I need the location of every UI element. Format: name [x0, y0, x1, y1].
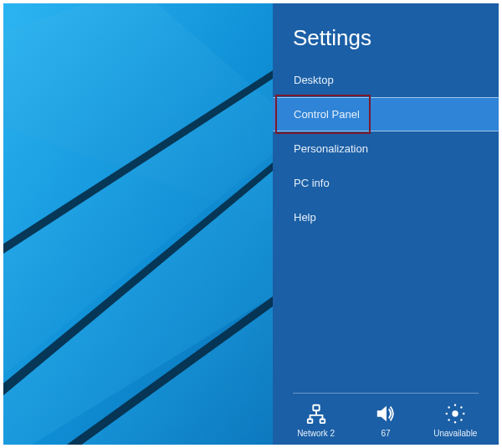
- svg-rect-9: [307, 420, 312, 424]
- svg-point-13: [454, 404, 456, 406]
- desktop-wallpaper: [3, 3, 273, 445]
- tray-row: Network 2 67: [273, 402, 499, 438]
- svg-point-17: [448, 406, 450, 408]
- tray-network[interactable]: Network 2: [283, 402, 350, 438]
- tray-divider: [293, 393, 479, 394]
- settings-menu: Desktop Control Panel Personalization PC…: [273, 63, 499, 234]
- tray-brightness-label: Unavailable: [433, 429, 477, 438]
- tray-volume[interactable]: 67: [352, 402, 419, 438]
- svg-point-16: [463, 413, 464, 415]
- screenshot-stage: Settings Desktop Control Panel Personali…: [0, 0, 502, 448]
- quick-settings-tray: Network 2 67: [273, 393, 499, 438]
- svg-point-19: [448, 419, 450, 420]
- network-icon: [305, 402, 328, 425]
- svg-rect-10: [320, 420, 325, 424]
- tray-network-label: Network 2: [297, 429, 335, 438]
- menu-item-help[interactable]: Help: [273, 200, 499, 234]
- menu-item-personalization[interactable]: Personalization: [273, 131, 499, 166]
- tray-brightness[interactable]: Unavailable: [422, 402, 489, 438]
- menu-item-pc-info[interactable]: PC info: [273, 166, 499, 200]
- menu-item-desktop[interactable]: Desktop: [273, 63, 499, 97]
- menu-item-control-panel[interactable]: Control Panel: [273, 97, 499, 131]
- svg-point-14: [454, 421, 456, 423]
- tray-volume-label: 67: [381, 429, 390, 438]
- svg-point-20: [461, 419, 463, 420]
- svg-point-18: [461, 406, 463, 408]
- settings-charm-panel: Settings Desktop Control Panel Personali…: [273, 3, 499, 445]
- svg-rect-8: [313, 405, 319, 411]
- settings-title: Settings: [273, 3, 499, 63]
- wallpaper-rays: [3, 3, 273, 445]
- volume-icon: [374, 402, 397, 425]
- svg-point-12: [453, 410, 458, 416]
- brightness-icon: [443, 402, 467, 425]
- svg-point-15: [446, 413, 448, 415]
- svg-marker-11: [377, 406, 387, 422]
